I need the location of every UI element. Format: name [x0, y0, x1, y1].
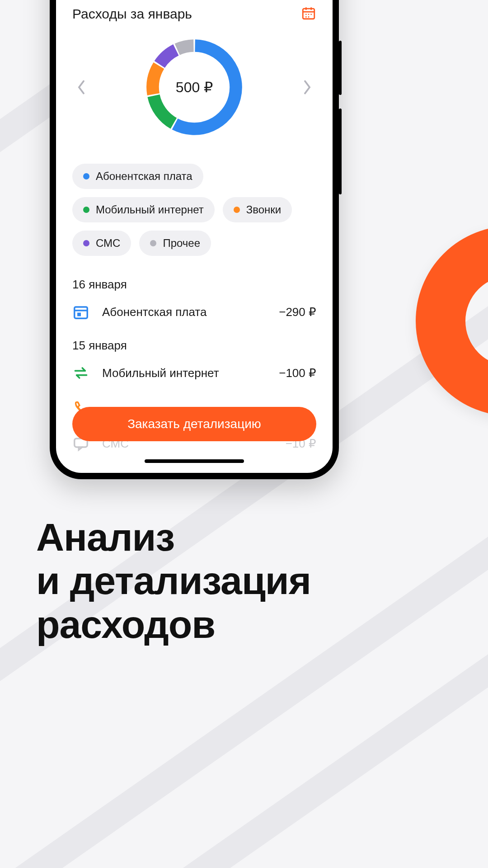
promo-line3: расходов	[36, 603, 311, 646]
transactions-list: 16 январяАбонентская плата−290 ₽15 январ…	[72, 278, 316, 470]
date-heading: 15 января	[72, 339, 316, 353]
svg-point-5	[308, 14, 310, 15]
svg-point-6	[310, 14, 312, 15]
page-title: Расходы за январь	[72, 6, 192, 22]
arrows-icon	[72, 364, 89, 382]
legend-chip-label: СМС	[96, 237, 120, 250]
chart-row: 500 ₽	[72, 35, 316, 139]
phone-side-button	[339, 108, 342, 194]
promo-title: Анализ и детализация расходов	[36, 515, 311, 646]
calendar-icon	[72, 303, 89, 321]
chevron-right-icon[interactable]	[298, 78, 316, 96]
transaction-label: Абонентская плата	[102, 305, 266, 319]
legend-chips: Абонентская платаМобильный интернетЗвонк…	[72, 164, 316, 256]
svg-point-4	[305, 14, 307, 15]
order-details-label: Заказать детализацию	[127, 417, 261, 431]
phone-frame: Расходы за январь	[50, 0, 339, 479]
transaction-row[interactable]: Мобильный интернет−100 ₽	[72, 364, 316, 382]
donut-center-value: 500 ₽	[142, 35, 246, 139]
legend-chip[interactable]: Звонки	[223, 197, 292, 222]
legend-chip[interactable]: СМС	[72, 231, 131, 256]
svg-rect-11	[77, 313, 81, 316]
transaction-label: Мобильный интернет	[102, 366, 266, 380]
chevron-left-icon[interactable]	[72, 78, 90, 96]
promo-line2: и детализация	[36, 559, 311, 602]
legend-dot-icon	[150, 240, 156, 246]
transaction-amount: −290 ₽	[279, 305, 316, 319]
legend-dot-icon	[83, 173, 89, 179]
legend-chip-label: Звонки	[246, 203, 281, 216]
legend-chip-label: Мобильный интернет	[96, 203, 204, 216]
phone-side-button	[339, 41, 342, 95]
donut-chart: 500 ₽	[142, 35, 246, 139]
legend-dot-icon	[83, 207, 89, 213]
svg-point-7	[305, 16, 307, 18]
phone-screen: Расходы за январь	[56, 0, 333, 473]
legend-chip[interactable]: Мобильный интернет	[72, 197, 215, 222]
legend-chip[interactable]: Прочее	[139, 231, 211, 256]
order-details-button[interactable]: Заказать детализацию	[72, 407, 316, 441]
bg-decor-ring	[416, 226, 488, 416]
promo-line1: Анализ	[36, 515, 311, 559]
header: Расходы за январь	[72, 5, 316, 23]
home-indicator	[145, 459, 244, 463]
legend-chip-label: Прочее	[163, 237, 200, 250]
transaction-row[interactable]: Абонентская плата−290 ₽	[72, 303, 316, 321]
legend-dot-icon	[234, 207, 240, 213]
legend-chip[interactable]: Абонентская плата	[72, 164, 203, 189]
legend-chip-label: Абонентская плата	[96, 170, 192, 183]
svg-point-8	[308, 16, 310, 18]
transaction-amount: −100 ₽	[279, 366, 316, 380]
calendar-icon[interactable]	[301, 5, 316, 23]
date-heading: 16 января	[72, 278, 316, 292]
legend-dot-icon	[83, 240, 89, 246]
